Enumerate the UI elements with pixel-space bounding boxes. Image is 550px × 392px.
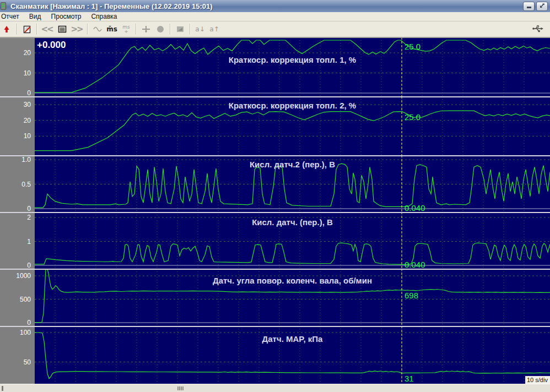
y-tick-label: 0 <box>27 319 31 326</box>
parameter-list-button[interactable] <box>56 23 69 36</box>
cursor-value-label: 25.0 <box>405 42 420 51</box>
panel-title: Датч. угла повор. коленч. вала, об/мин <box>213 276 372 285</box>
chart-panel-map-sensor: 5010031Датч. MAP, кПа10 s/div <box>0 326 550 384</box>
menu-item-browse[interactable]: Просмотр <box>46 12 87 21</box>
y-tick-label: 0 <box>27 205 31 213</box>
record-button[interactable] <box>154 23 167 36</box>
toolbar-separator <box>136 24 137 35</box>
scale-down-button[interactable]: a↓ <box>193 23 207 36</box>
y-axis-gutter: 05001000 <box>0 269 35 326</box>
report-button[interactable] <box>20 23 34 36</box>
y-axis-gutter: 012 <box>0 212 35 269</box>
y-tick-label: 1000 <box>16 272 31 280</box>
app-window: Сканматик [Нажимал : 1] - Переменные (12… <box>0 0 550 392</box>
plot-surface[interactable]: 698Датч. угла повор. коленч. вала, об/ми… <box>35 269 550 326</box>
next-page-button[interactable]: >> <box>70 23 84 36</box>
scrollbar-grip[interactable] <box>177 386 185 390</box>
title-bar: Сканматик [Нажимал : 1] - Переменные (12… <box>0 0 550 12</box>
window-title: Сканматик [Нажимал : 1] - Переменные (12… <box>10 2 213 10</box>
y-axis-gutter: 00.51.0 <box>0 155 35 212</box>
y-tick-label: 20 <box>24 117 31 124</box>
y-tick-label: 1.0 <box>21 156 31 164</box>
y-tick-label: 50 <box>24 358 31 366</box>
y-tick-label: 1 <box>27 238 31 246</box>
y-tick-label: 500 <box>20 296 31 303</box>
cursor-value-label: 31 <box>405 374 414 383</box>
menu-item-help[interactable]: Справка <box>86 12 122 21</box>
panel-separator <box>0 212 550 213</box>
plot-surface[interactable]: 31Датч. MAP, кПа10 s/div <box>35 326 550 384</box>
plot-surface[interactable]: 25.0Краткоср. коррекция топл. 2, % <box>35 96 550 155</box>
time-cursor-button[interactable]: m̄s <box>105 23 118 36</box>
y-tick-label: 30 <box>24 101 31 108</box>
chart-panel-o2-sensor-1: 0120.040Кисл. датч. (пер.), В <box>0 212 550 269</box>
offset-annotation: +0.000 <box>37 40 66 50</box>
exit-button[interactable] <box>1 23 14 36</box>
y-tick-label: 10 <box>24 69 31 77</box>
toolbar-separator <box>17 24 18 35</box>
panel-title: Датч. MAP, кПа <box>262 334 323 344</box>
plot-surface[interactable]: 0.040Кисл. датч.2 (пер.), В <box>35 155 550 212</box>
toolbar-separator <box>87 24 88 35</box>
record-circle-icon <box>157 26 164 32</box>
minimize-icon <box>527 7 531 8</box>
chart-area: 0102025.0Краткоср. коррекция топл. 1, %+… <box>0 37 550 384</box>
y-axis-gutter: 102030 <box>0 96 35 155</box>
menu-bar: Отчет Вид Просмотр Справка <box>0 12 550 21</box>
crosshair-icon <box>141 25 151 34</box>
cursor-value-label: 0.040 <box>405 260 425 269</box>
panel-separator <box>0 96 550 97</box>
minimize-button[interactable] <box>523 2 535 11</box>
toolbar-separator <box>190 24 191 35</box>
chart-panel-stft1: 0102025.0Краткоср. коррекция топл. 1, %+… <box>0 37 550 96</box>
ms-plus-icon: ms+ <box>122 25 130 34</box>
plot-surface[interactable]: 25.0Краткоср. коррекция топл. 1, %+0.000 <box>35 37 550 96</box>
cursor-value-label: 25.0 <box>405 112 420 122</box>
timeline-scrollbar[interactable] <box>0 384 550 392</box>
add-time-marker-button[interactable]: ms+ <box>120 23 133 36</box>
report-notepad-icon <box>23 25 32 34</box>
cursor-value-label: 698 <box>405 291 418 300</box>
plot-surface[interactable]: 0.040Кисл. датч. (пер.), В <box>35 212 550 269</box>
y-tick-label: 0.5 <box>21 181 31 188</box>
app-icon <box>1 2 6 10</box>
usb-status-button[interactable] <box>531 23 544 36</box>
list-icon <box>58 25 67 33</box>
y-axis-gutter: 01020 <box>0 37 35 96</box>
panel-title: Кисл. датч.2 (пер.), В <box>250 160 335 169</box>
panel-separator <box>0 269 550 270</box>
toolbar-separator <box>170 24 171 35</box>
export-chart-button[interactable] <box>174 23 187 36</box>
cursor-value-label: 0.040 <box>405 203 425 212</box>
y-tick-label: 0 <box>27 262 31 269</box>
y-tick-label: 0 <box>27 89 31 97</box>
panel-title: Кисл. датч. (пер.), В <box>252 217 333 227</box>
crosshair-button[interactable] <box>139 23 153 36</box>
sine-wave-icon <box>93 25 103 33</box>
chart-export-icon <box>176 25 185 33</box>
toolbar: << >> m̄s ms+ <box>0 21 550 37</box>
scrollbar-left-thumb[interactable] <box>2 386 3 391</box>
waveform-mode-button[interactable] <box>91 23 104 36</box>
y-tick-label: 100 <box>20 329 31 336</box>
toolbar-separator <box>36 24 37 35</box>
y-axis-gutter: 50100 <box>0 326 35 384</box>
prev-page-button[interactable]: << <box>40 23 55 36</box>
exit-up-arrow-icon <box>3 25 12 34</box>
y-tick-label: 10 <box>24 132 31 140</box>
chart-panel-crankshaft-rpm: 05001000698Датч. угла повор. коленч. вал… <box>0 269 550 326</box>
panel-separator <box>0 155 550 156</box>
y-tick-label: 2 <box>27 214 31 221</box>
scale-up-button[interactable]: a↑ <box>208 23 221 36</box>
y-tick-label: 20 <box>24 49 31 57</box>
panel-title: Краткоср. коррекция топл. 1, % <box>229 55 356 64</box>
menu-item-report[interactable]: Отчет <box>0 12 24 21</box>
panel-title: Краткоср. коррекция топл. 2, % <box>229 101 356 110</box>
chart-panel-o2-sensor-2: 00.51.00.040Кисл. датч.2 (пер.), В <box>0 155 550 212</box>
restore-icon <box>539 3 545 9</box>
usb-connection-icon <box>532 24 544 34</box>
chart-panel-stft2: 10203025.0Краткоср. коррекция топл. 2, % <box>0 96 550 155</box>
restore-button[interactable] <box>536 2 548 11</box>
menu-item-view[interactable]: Вид <box>24 12 46 21</box>
panel-separator <box>0 326 550 327</box>
